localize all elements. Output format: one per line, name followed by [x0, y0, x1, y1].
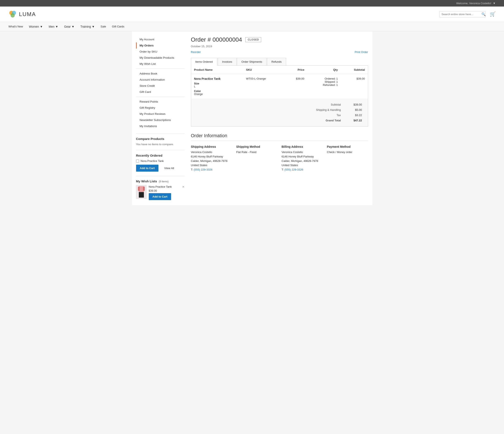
totals-tax-row: Tax $3.22 [194, 112, 365, 118]
tab-refunds[interactable]: Refunds [267, 58, 286, 65]
totals-grand-total-row: Grand Total $47.22 [194, 118, 365, 123]
recently-item-label: Nora Practice Tank [141, 159, 164, 163]
wish-add-to-cart-button[interactable]: Add to Cart [149, 193, 171, 200]
order-totals: Subtotal $39.00 Shipping & Handling $5.0… [191, 99, 368, 126]
logo[interactable]: LUMA [9, 10, 36, 18]
color-label: Color [194, 90, 240, 93]
nav-whats-new[interactable]: What's New [9, 22, 23, 31]
col-header-product-name: Product Name [191, 66, 243, 74]
totals-subtotal-value: $39.00 [344, 102, 365, 107]
shipping-method-value: Flat Rate - Fixed [236, 150, 278, 155]
sidebar-item-account-information[interactable]: Account Information [136, 77, 185, 83]
welcome-dropdown-icon[interactable]: ▼ [493, 2, 495, 5]
totals-tax-value: $3.22 [344, 112, 365, 118]
nav-men[interactable]: Men ▼ [49, 25, 58, 28]
product-name-cell: Nora Practice Tank Size L Color Orange [191, 74, 243, 99]
col-header-price: Price [284, 66, 307, 74]
billing-address-street: 6146 Honey Bluff Parkway [282, 155, 323, 159]
sidebar-item-my-account[interactable]: My Account [136, 36, 185, 42]
print-order-link[interactable]: Print Order [355, 50, 368, 54]
order-tabs: Items Ordered Invoices Order Shipments R… [191, 58, 368, 66]
subtotal-cell: $39.00 [341, 74, 368, 99]
wish-list-item: Nora Practice Tank $39.00 Add to Cart ✕ [136, 185, 185, 200]
billing-address-phone: T: (555) 229-3326 [282, 168, 323, 172]
totals-grand-total-label: Grand Total [194, 118, 344, 123]
svg-point-2 [10, 13, 15, 18]
qty-ordered: Ordered: 1 [310, 77, 338, 80]
totals-subtotal-row: Subtotal $39.00 [194, 102, 365, 107]
reorder-link[interactable]: Reorder [191, 50, 201, 54]
main-nav: What's New Women ▼ Men ▼ Gear ▼ Training… [0, 22, 504, 31]
sidebar: My Account My Orders Order by SKU My Dow… [136, 36, 185, 200]
tab-items-ordered[interactable]: Items Ordered [191, 58, 217, 66]
shipping-method-col: Shipping Method Flat Rate - Fixed [236, 145, 278, 172]
payment-method-value: Check / Money order [327, 150, 368, 155]
wish-item-close-icon[interactable]: ✕ [182, 185, 185, 188]
order-info-grid: Shipping Address Veronica Costello 6146 … [191, 145, 368, 172]
sidebar-item-wish-list[interactable]: My Wish List [136, 61, 185, 67]
welcome-message[interactable]: Welcome, Veronica Costello! [456, 2, 491, 5]
search-input[interactable] [439, 11, 486, 17]
main-content: Order # 000000004 CLOSED October 15, 201… [191, 36, 368, 200]
wish-item-thumbnail [136, 185, 147, 199]
sidebar-divider-1 [136, 69, 185, 69]
sidebar-item-invitations[interactable]: My Invitations [136, 123, 185, 129]
sidebar-item-gift-card[interactable]: Gift Card [136, 89, 185, 95]
shipping-method-title: Shipping Method [236, 145, 278, 148]
recently-add-to-cart-button[interactable]: Add to Cart [136, 165, 159, 172]
search-button[interactable]: 🔍 [481, 12, 486, 16]
logo-icon [9, 10, 17, 18]
totals-shipping-row: Shipping & Handling $5.00 [194, 107, 365, 112]
shipping-address-street: 6146 Honey Bluff Parkway [191, 155, 232, 159]
billing-phone-link[interactable]: (555) 229-3326 [284, 168, 303, 171]
header: LUMA 🔍 🛒 [0, 7, 504, 22]
nav-gift-cards[interactable]: Gift Cards [112, 22, 125, 31]
wish-item-info: Nora Practice Tank $39.00 Add to Cart [149, 185, 180, 200]
totals-table: Subtotal $39.00 Shipping & Handling $5.0… [194, 102, 365, 123]
shipping-address-country: United States [191, 163, 232, 168]
totals-tax-label: Tax [194, 112, 344, 118]
order-info-title: Order Information [191, 133, 368, 141]
cart-icon[interactable]: 🛒 [490, 11, 495, 17]
nav-women[interactable]: Women ▼ [29, 25, 43, 28]
shipping-phone-link[interactable]: (555) 229-3326 [194, 168, 212, 171]
shipping-address-city: Calder, Michigan, 49628-7978 [191, 159, 232, 163]
sidebar-item-reward-points[interactable]: Reward Points [136, 99, 185, 105]
size-label: Size [194, 82, 240, 85]
order-table: Product Name SKU Price Qty Subtotal Nora… [191, 66, 368, 99]
payment-method-col: Payment Method Check / Money order [327, 145, 368, 172]
tab-order-shipments[interactable]: Order Shipments [237, 58, 266, 65]
order-info-section: Order Information Shipping Address Veron… [191, 133, 368, 172]
totals-grand-total-value: $47.22 [344, 118, 365, 123]
wish-list-widget: My Wish Lists (9 items) Nora Practice Ta… [136, 176, 185, 200]
order-date: October 15, 2019 [191, 45, 368, 48]
tab-invoices[interactable]: Invoices [218, 58, 237, 65]
recently-item-checkbox[interactable] [136, 160, 139, 163]
billing-address-col: Billing Address Veronica Costello 6146 H… [282, 145, 323, 172]
sidebar-item-my-orders[interactable]: My Orders [136, 42, 185, 48]
header-right: 🔍 🛒 [439, 11, 495, 17]
recently-ordered-widget: Recently Ordered Nora Practice Tank Add … [136, 150, 185, 172]
recently-ordered-item: Nora Practice Tank [136, 159, 185, 163]
sidebar-item-newsletter[interactable]: Newsletter Subscriptions [136, 117, 185, 123]
sidebar-item-store-credit[interactable]: Store Credit [136, 83, 185, 89]
nav-gear[interactable]: Gear ▼ [64, 25, 74, 28]
view-all-link[interactable]: View All [161, 165, 176, 171]
size-value: L [194, 85, 240, 88]
nav-training[interactable]: Training ▼ [80, 25, 95, 28]
compare-products-title: Compare Products [136, 137, 185, 141]
page-wrapper: My Account My Orders Order by SKU My Dow… [132, 31, 372, 205]
sidebar-item-order-by-sku[interactable]: Order by SKU [136, 48, 185, 55]
sidebar-item-gift-registry[interactable]: Gift Registry [136, 105, 185, 111]
shipping-address-name: Veronica Costello [191, 150, 232, 155]
svg-rect-4 [138, 187, 140, 191]
col-header-subtotal: Subtotal [341, 66, 368, 74]
color-value: Orange [194, 93, 240, 96]
sidebar-item-address-book[interactable]: Address Book [136, 71, 185, 77]
nav-sale[interactable]: Sale [101, 22, 106, 31]
billing-address-city: Calder, Michigan, 49628-7978 [282, 159, 323, 163]
sidebar-divider-2 [136, 97, 185, 97]
billing-address-name: Veronica Costello [282, 150, 323, 155]
sidebar-item-product-reviews[interactable]: My Product Reviews [136, 111, 185, 117]
sidebar-item-downloadable-products[interactable]: My Downloadable Products [136, 55, 185, 61]
